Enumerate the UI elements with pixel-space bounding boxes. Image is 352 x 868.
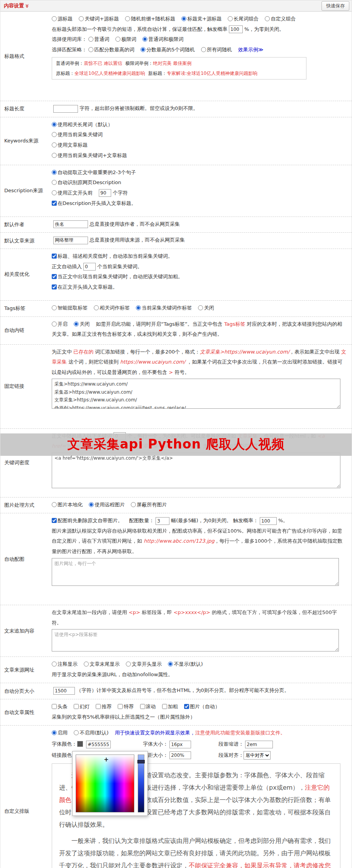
radio[interactable] xyxy=(168,662,173,667)
font-color-input[interactable] xyxy=(86,741,111,748)
append-content-textarea[interactable] xyxy=(52,629,339,651)
radio[interactable] xyxy=(181,16,186,21)
checkbox[interactable] xyxy=(52,201,57,206)
pagination-size-input[interactable] xyxy=(53,687,75,695)
relevance-check-2[interactable]: 当正文中出现当前采集关键词时，自动把该关键词加粗。 xyxy=(52,274,183,279)
desc-head-chars-input[interactable] xyxy=(99,189,111,197)
radio[interactable] xyxy=(52,321,57,327)
title-format-option-5[interactable]: 长尾词组合 xyxy=(228,16,259,22)
indent-input[interactable] xyxy=(245,741,273,748)
remove-original-images-checkbox[interactable]: 配图前先删除原文自带图片。 xyxy=(52,518,123,523)
radio[interactable] xyxy=(142,37,147,42)
inner-link-off[interactable]: 关闭 xyxy=(74,321,90,327)
image-mode-local[interactable]: 图片本地化 xyxy=(52,502,83,508)
checkbox[interactable] xyxy=(162,704,167,709)
radio[interactable] xyxy=(84,662,89,667)
strategy-option-1[interactable]: 匹配分数最高的词 xyxy=(88,47,134,52)
radio[interactable] xyxy=(52,190,57,195)
color-picker-slider-handle[interactable] xyxy=(137,760,145,763)
radio[interactable] xyxy=(52,153,57,158)
checkbox[interactable] xyxy=(118,704,123,709)
radio[interactable] xyxy=(126,662,131,667)
radio[interactable] xyxy=(125,16,130,21)
title-format-option-3[interactable]: 随机前缀+随机标题 xyxy=(125,16,175,22)
image-mode-block[interactable]: 屏蔽所有图片 xyxy=(131,502,167,508)
desc-option-3[interactable]: 使用正文开头前 xyxy=(52,190,93,196)
demo-link[interactable]: 效果示例≫ xyxy=(238,47,264,52)
layout-disable[interactable]: 不启用(默认) xyxy=(74,730,108,736)
attr-recommend[interactable]: 推荐 xyxy=(96,704,112,709)
radio[interactable] xyxy=(201,47,206,52)
radio[interactable] xyxy=(131,502,136,507)
title-format-option-4[interactable]: 标题党+源标题 xyxy=(181,16,222,22)
radio[interactable] xyxy=(88,47,93,52)
image-mode-remote[interactable]: 使用远程图片 xyxy=(89,502,125,508)
source-url-option-2[interactable]: 文章末尾显示 xyxy=(84,661,120,667)
relevance-check-1[interactable]: 标题、描述相关度低时，自动添加当前采集关键词。 xyxy=(52,253,173,259)
title-format-option-2[interactable]: 关键词+源标题 xyxy=(79,16,119,22)
desc-insert-title-checkbox[interactable]: 在Description开头插入文章标题。 xyxy=(52,200,136,206)
kw-option-3[interactable]: 使用文章标题 xyxy=(52,142,88,148)
kw-option-2[interactable]: 使用当前采集关键词 xyxy=(52,132,103,137)
font-size-input[interactable] xyxy=(169,741,191,748)
radio[interactable] xyxy=(52,122,57,127)
radio[interactable] xyxy=(228,16,233,21)
paragraph-align-select[interactable]: 居中对齐 xyxy=(244,751,271,760)
strategy-option-3[interactable]: 所有词随机 xyxy=(201,47,232,52)
attr-special[interactable]: 特荐 xyxy=(118,704,134,709)
font-color-swatch[interactable] xyxy=(77,741,83,747)
tags-option-4[interactable]: 关闭 xyxy=(198,305,214,311)
attr-image[interactable]: 图片（自动） xyxy=(184,704,220,709)
radio[interactable] xyxy=(52,132,57,137)
title-probability-input[interactable] xyxy=(229,25,243,33)
default-author-input[interactable] xyxy=(53,220,88,228)
radio[interactable] xyxy=(265,16,270,21)
default-source-input[interactable] xyxy=(53,237,88,244)
radio[interactable] xyxy=(115,37,120,42)
lib-option-2[interactable]: 极限词 xyxy=(115,36,136,42)
checkbox[interactable] xyxy=(52,518,57,523)
radio[interactable] xyxy=(74,321,79,327)
checkbox[interactable] xyxy=(74,704,79,709)
checkbox[interactable] xyxy=(184,704,189,709)
radio[interactable] xyxy=(74,730,79,735)
attr-slide[interactable]: 幻灯 xyxy=(74,704,90,709)
radio[interactable] xyxy=(89,502,94,507)
radio[interactable] xyxy=(52,16,57,21)
color-picker-slider[interactable] xyxy=(138,755,144,812)
fixed-links-textarea[interactable]: 采集>https://www.ucaiyun.com/ 采集器>https://… xyxy=(52,379,340,409)
radio[interactable] xyxy=(88,37,93,42)
lib-option-1[interactable]: 普通词 xyxy=(88,36,109,42)
layout-enable[interactable]: 启用 xyxy=(52,730,68,736)
color-picker-gradient[interactable]: + xyxy=(76,755,134,812)
checkbox[interactable] xyxy=(52,284,57,289)
checkbox[interactable] xyxy=(96,704,101,709)
desc-option-1[interactable]: 自动提取正文中最重要的2-3个句子 xyxy=(52,169,136,175)
desc-option-2[interactable]: 自动识别原网页Description xyxy=(52,179,121,185)
radio[interactable] xyxy=(52,730,57,735)
radio[interactable] xyxy=(94,305,99,310)
kw-option-1[interactable]: 使用相关长尾词（默认） xyxy=(52,122,113,127)
checkbox[interactable] xyxy=(52,254,57,259)
title-length-input[interactable] xyxy=(53,105,78,113)
quick-save-button[interactable]: 快速保存 xyxy=(322,1,349,11)
lib-option-3[interactable]: 普通词和极限词 xyxy=(142,36,183,42)
keyword-density-textarea[interactable]: <a href='https://www.ucaiyun.com/'>文章采集<… xyxy=(52,453,340,488)
radio[interactable] xyxy=(52,180,57,185)
image-urls-textarea[interactable] xyxy=(52,558,339,586)
page-title[interactable]: 内容设置≫ xyxy=(3,2,29,9)
radio[interactable] xyxy=(52,502,57,507)
kw-option-4[interactable]: 使用当前采集关键词+文章标题 xyxy=(52,152,127,158)
radio[interactable] xyxy=(52,305,57,310)
tags-option-2[interactable]: 相关词作标签 xyxy=(94,305,130,311)
attr-headline[interactable]: 头条 xyxy=(52,704,68,709)
collapse-icon[interactable]: ≫ xyxy=(25,4,29,8)
radio[interactable] xyxy=(79,16,84,21)
color-picker-crosshair-icon[interactable]: + xyxy=(104,754,109,766)
radio[interactable] xyxy=(136,305,141,310)
relevance-check-3[interactable]: 在正文开头插入文章标题。 xyxy=(52,284,118,290)
source-url-option-1[interactable]: 注释显示 xyxy=(52,661,78,667)
radio[interactable] xyxy=(52,662,57,667)
radio[interactable] xyxy=(52,142,57,147)
title-format-option-1[interactable]: 源标题 xyxy=(52,16,73,22)
